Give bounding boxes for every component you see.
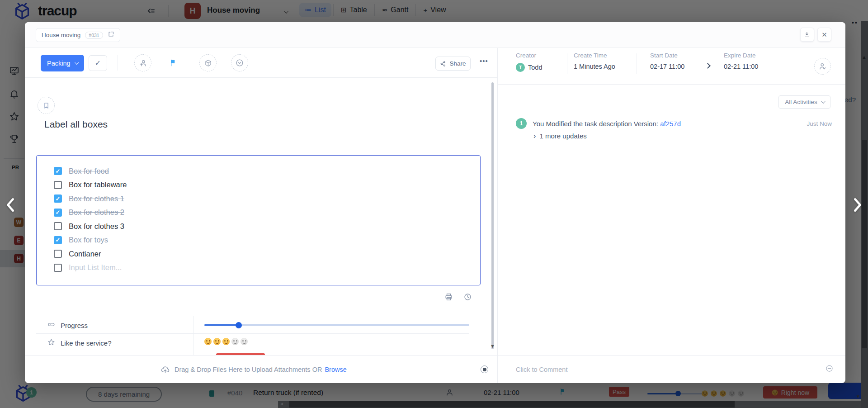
progress-field-row: Progress: [36, 316, 469, 333]
cloud-upload-icon: [160, 365, 170, 374]
task-title[interactable]: Label all boxes: [44, 119, 108, 130]
creator-value[interactable]: T Todd: [516, 63, 542, 72]
checklist-item[interactable]: ✓Box for clothes 2: [54, 206, 480, 220]
version-button[interactable]: [231, 54, 248, 71]
checkbox[interactable]: [54, 250, 62, 258]
previous-task-arrow[interactable]: [3, 195, 18, 216]
content-scroll-down-icon[interactable]: ▼: [490, 343, 495, 349]
progress-label: Progress: [47, 321, 88, 330]
checklist-item[interactable]: Box for tableware: [54, 178, 480, 192]
checklist-block[interactable]: ✓Box for foodBox for tableware✓Box for c…: [36, 155, 481, 285]
checkbox[interactable]: ✓: [54, 167, 62, 175]
flag-icon: [169, 57, 178, 68]
smiling-face-icon[interactable]: [204, 338, 212, 345]
activity-entry: You Modified the task description Versio…: [533, 120, 681, 128]
checklist-item-label[interactable]: Box for clothes 2: [69, 208, 124, 217]
checklist-item[interactable]: Contianer: [54, 247, 480, 261]
comment-bar[interactable]: Click to Comment: [498, 355, 845, 383]
start-date-label: Start Date: [650, 52, 678, 59]
smiling-face-gray-icon[interactable]: [241, 338, 248, 345]
modal-header: House moving #031 ✕: [25, 22, 845, 48]
emoji-picker-icon[interactable]: [825, 364, 834, 375]
checklist-item-label[interactable]: Box for toys: [69, 236, 108, 244]
expire-date-value[interactable]: 02-21 11:00: [724, 63, 758, 70]
divider: [637, 53, 637, 74]
star-icon: [47, 338, 55, 347]
open-in-new-icon[interactable]: [108, 31, 114, 39]
app-root: tracup H House moving ≔List⊞Table≂Gantt+…: [0, 0, 868, 408]
browse-link[interactable]: Browse: [325, 366, 346, 373]
next-task-arrow[interactable]: [850, 195, 865, 216]
related-item-button[interactable]: [199, 54, 217, 71]
checklist-item[interactable]: ✓Box for food: [54, 164, 480, 178]
start-date-value[interactable]: 02-17 11:00: [650, 63, 684, 70]
creator-avatar: T: [516, 63, 525, 72]
creator-label: Creator: [516, 52, 536, 59]
rating-faces[interactable]: [204, 338, 250, 347]
breadcrumb-title[interactable]: House moving: [42, 32, 80, 38]
expire-date-label: Expire Date: [724, 52, 756, 59]
breadcrumb[interactable]: House moving #031: [36, 28, 120, 42]
create-time-label: Create Time: [574, 52, 607, 59]
checkbox[interactable]: ✓: [54, 195, 62, 203]
history-clock-icon[interactable]: [463, 293, 472, 303]
chevron-right-icon: ›: [533, 132, 536, 140]
panel-divider: [497, 48, 498, 383]
add-assignee-button[interactable]: [134, 54, 151, 71]
bookmark-button[interactable]: [38, 97, 55, 114]
divider: [118, 55, 118, 71]
task-meta-header: Creator T Todd Create Time 1 Minutes Ago…: [498, 48, 845, 85]
priority-flag-button[interactable]: [169, 57, 178, 70]
slider-icon: [47, 321, 55, 330]
person-arrow-icon: [139, 59, 147, 67]
checklist-item[interactable]: ✓Box for toys: [54, 233, 480, 247]
dropzone-text: Drag & Drop Files Here to Upload Attachm…: [175, 366, 322, 373]
chevron-down-icon: [75, 60, 79, 65]
smiling-face-icon[interactable]: [222, 338, 230, 345]
checklist-item-label[interactable]: Box for clothes 3: [69, 222, 124, 231]
attachment-toggle-radio[interactable]: [481, 365, 488, 373]
checkbox[interactable]: ✓: [54, 209, 62, 217]
more-updates-toggle[interactable]: › 1 more updates: [533, 132, 587, 140]
close-button[interactable]: ✕: [817, 28, 831, 42]
add-watcher-button[interactable]: [814, 58, 831, 75]
comment-placeholder[interactable]: Click to Comment: [516, 366, 567, 373]
date-range-chevron-icon: [706, 62, 710, 70]
checklist-item-label[interactable]: Box for food: [69, 167, 109, 176]
person-check-icon: [818, 62, 827, 71]
chevron-down-icon: [821, 99, 826, 104]
checklist-item-label[interactable]: Contianer: [69, 250, 101, 258]
attachment-dropzone[interactable]: Drag & Drop Files Here to Upload Attachm…: [25, 355, 497, 383]
share-icon: [440, 61, 446, 67]
checklist-item[interactable]: Box for clothes 3: [54, 219, 480, 233]
checklist-item-label[interactable]: Box for clothes 1: [69, 195, 124, 203]
version-circle-icon: [235, 58, 244, 67]
smiling-face-gray-icon[interactable]: [231, 338, 239, 345]
collapse-arrow-icon: [804, 31, 811, 38]
activity-time: Just Now: [789, 120, 832, 127]
activities-filter-dropdown[interactable]: All Activities: [778, 95, 830, 109]
more-actions-button[interactable]: •••: [480, 57, 488, 65]
checklist-item-label[interactable]: Box for tableware: [69, 180, 127, 189]
status-dropdown-button[interactable]: Packing: [41, 55, 84, 71]
task-detail-modal: House moving #031 ✕ Packing ✓: [25, 22, 845, 383]
content-scrollbar-thumb[interactable]: [491, 82, 494, 349]
version-link[interactable]: af257d: [660, 120, 681, 128]
checkbox[interactable]: [54, 181, 62, 189]
complete-task-button[interactable]: ✓: [89, 55, 107, 71]
progress-slider[interactable]: [204, 324, 469, 326]
share-button[interactable]: Share: [435, 57, 471, 71]
task-toolbar: Packing ✓ Share •••: [25, 48, 497, 78]
checkbox[interactable]: ✓: [54, 236, 62, 244]
print-icon[interactable]: [444, 293, 453, 303]
rating-label: Like the service?: [47, 338, 112, 347]
checkbox[interactable]: [54, 264, 62, 272]
checklist-item[interactable]: ✓Box for clothes 1: [54, 192, 480, 206]
checkbox[interactable]: [54, 222, 62, 230]
minimize-button[interactable]: [800, 28, 814, 42]
task-id-badge: #031: [85, 32, 103, 39]
checklist-item-label[interactable]: Input List Item...: [69, 263, 122, 272]
checklist-item[interactable]: Input List Item...: [54, 261, 480, 275]
activity-avatar: 1: [516, 118, 527, 129]
smiling-face-icon[interactable]: [213, 338, 221, 345]
